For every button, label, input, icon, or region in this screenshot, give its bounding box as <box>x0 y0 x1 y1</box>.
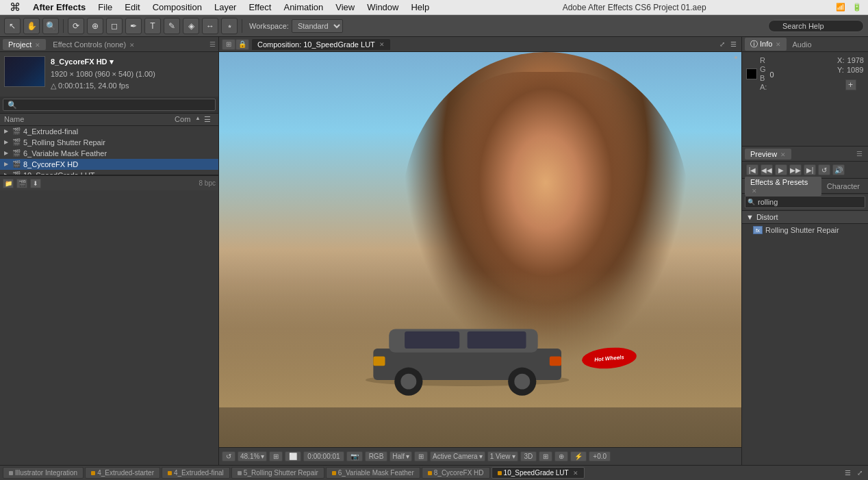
menu-view[interactable]: View <box>330 1 360 14</box>
tab-effect-controls[interactable]: Effect Controls (none) ✕ <box>47 39 140 50</box>
file-item-6-variable-mask[interactable]: ▶ 🎬 6_Variable Mask Feather <box>0 148 218 159</box>
plus-btn[interactable]: + <box>837 79 864 90</box>
draft-btn[interactable]: ⊞ <box>539 451 552 462</box>
comp-tabs-menu[interactable]: ☰ <box>842 468 853 479</box>
viewer-lock-btn[interactable]: 🔒 <box>235 39 249 50</box>
tab-audio[interactable]: Audio <box>787 39 817 50</box>
workspace-dropdown[interactable]: Standard <box>292 19 343 33</box>
channels-btn[interactable]: RGB <box>365 451 388 462</box>
text-tool[interactable]: T <box>144 18 161 34</box>
reset-btn[interactable]: ↺ <box>222 451 235 462</box>
new-folder-btn[interactable]: 📁 <box>3 179 14 188</box>
effects-search-input[interactable] <box>745 196 865 208</box>
tab-effects-presets[interactable]: Effects & Presets ✕ <box>745 177 821 196</box>
3d-btn[interactable]: 3D <box>520 451 537 462</box>
rolling-shutter-effect[interactable]: fx Rolling Shutter Repair <box>742 224 868 236</box>
puppet-tool[interactable]: ⭒ <box>221 18 238 34</box>
sort-button[interactable]: ☰ <box>201 115 214 124</box>
comp-tab-label: 5_Rolling Shutter Repair <box>244 469 318 477</box>
file-item-4-extruded-final[interactable]: ▶ 🎬 4_Extruded-final <box>0 126 218 137</box>
camera-dropdown[interactable]: Active Camera ▾ <box>430 451 485 462</box>
menu-edit[interactable]: Edit <box>119 1 145 14</box>
menu-composition[interactable]: Composition <box>147 1 207 14</box>
comp-tab-illustrator[interactable]: Illustrator Integration <box>3 467 84 479</box>
file-item-8-cycoreFX[interactable]: ▶ 🎬 8_CycoreFX HD <box>0 159 218 170</box>
comp-tab-4-final[interactable]: 4_Extruded-final <box>162 467 230 479</box>
skip-to-start-btn[interactable]: |◀ <box>746 164 758 175</box>
mask-btn[interactable]: ⬜ <box>285 451 301 462</box>
effects-close[interactable]: ✕ <box>752 188 757 194</box>
selection-tool[interactable]: ↖ <box>4 18 21 34</box>
comp-tab-5-rolling[interactable]: 5_Rolling Shutter Repair <box>231 467 324 479</box>
viewer-grid-btn[interactable]: ⊞ <box>222 39 235 50</box>
rect-tool[interactable]: ◻ <box>106 18 123 34</box>
prev-frame-btn[interactable]: ◀◀ <box>761 164 773 175</box>
project-bottom-bar: 📁 🎬 ⬇ 8 bpc <box>0 175 218 190</box>
search-input[interactable] <box>768 20 864 32</box>
viewer-maximize[interactable]: ⤢ <box>717 39 728 50</box>
info-close[interactable]: ✕ <box>776 41 781 48</box>
rotate-tool[interactable]: ⟳ <box>68 18 84 34</box>
timecode-display[interactable]: 0:00:00:01 <box>303 451 344 462</box>
pen-tool[interactable]: ✒ <box>125 18 142 34</box>
quality-dropdown[interactable]: Half ▾ <box>390 451 412 462</box>
offset-display[interactable]: +0.0 <box>589 451 611 462</box>
viewer-settings[interactable]: ☰ <box>728 39 739 50</box>
camera-tool[interactable]: ⊕ <box>87 18 103 34</box>
new-comp-btn[interactable]: 🎬 <box>16 179 27 188</box>
info-content: R G B A: 0 <box>742 52 868 95</box>
menu-help[interactable]: Help <box>405 1 435 14</box>
tab-preview[interactable]: Preview ✕ <box>745 149 791 160</box>
hand-tool[interactable]: ✋ <box>23 18 40 34</box>
comp-tab-4-starter[interactable]: 4_Extruded-starter <box>85 467 160 479</box>
transparency-btn[interactable]: ⊞ <box>414 451 428 462</box>
zoom-dropdown[interactable]: 48.1% ▾ <box>238 451 267 462</box>
panel-menu[interactable]: ☰ <box>209 40 216 48</box>
comp-tab-10-speedgrade[interactable]: 10_SpeedGrade LUT ✕ <box>492 467 585 479</box>
project-close[interactable]: ✕ <box>35 42 40 49</box>
comp-tab-8-cyclore[interactable]: 8_CycoreFX HD <box>422 467 490 479</box>
comp-tab-close[interactable]: ✕ <box>573 470 578 477</box>
col-name: Name <box>4 115 175 124</box>
comp-tab-6-variable[interactable]: 6_Variable Mask Feather <box>326 467 420 479</box>
audio-toggle-btn[interactable]: 🔊 <box>832 164 845 175</box>
loop-btn[interactable]: ↺ <box>818 164 830 175</box>
file-item-5-rolling-shutter[interactable]: ▶ 🎬 5_Rolling Shutter Repair <box>0 137 218 148</box>
comp-tabs-scroll[interactable]: ⤢ <box>854 468 865 479</box>
eraser-tool[interactable]: ↔ <box>202 18 218 34</box>
import-btn[interactable]: ⬇ <box>30 179 41 188</box>
fast-preview[interactable]: ⚡ <box>570 451 587 462</box>
stamp-tool[interactable]: ◈ <box>183 18 199 34</box>
tab-info[interactable]: ⓘ Info ✕ <box>745 38 787 51</box>
effects-tab-label: Effects & Presets <box>750 178 808 186</box>
tab-composition-viewer[interactable]: Composition: 10_SpeedGrade LUT ✕ <box>252 39 390 50</box>
menu-animation[interactable]: Animation <box>278 1 329 14</box>
zoom-tool[interactable]: 🔍 <box>42 18 59 34</box>
preview-close[interactable]: ✕ <box>780 151 786 158</box>
grid-btn[interactable]: ⊞ <box>269 451 283 462</box>
views-dropdown[interactable]: 1 View ▾ <box>487 451 518 462</box>
menu-effect[interactable]: Effect <box>243 1 277 14</box>
project-search-input[interactable] <box>3 99 216 111</box>
file-item-10-speedgrade[interactable]: ▶ 🎬 10_SpeedGrade LUT <box>0 170 218 175</box>
tab-project[interactable]: Project ✕ <box>3 39 46 50</box>
menu-window[interactable]: Window <box>361 1 404 14</box>
preview-menu[interactable]: ☰ <box>854 150 865 157</box>
menu-file[interactable]: File <box>92 1 118 14</box>
apple-menu[interactable]: ⌘ <box>4 0 26 15</box>
exposure-btn[interactable]: ⊕ <box>554 451 568 462</box>
brush-tool[interactable]: ✎ <box>164 18 180 34</box>
tab-character[interactable]: Character <box>821 181 865 192</box>
menu-layer[interactable]: Layer <box>209 1 242 14</box>
distort-category[interactable]: ▼ Distort <box>742 211 868 224</box>
search-wrapper <box>768 20 864 32</box>
skip-to-end-btn[interactable]: ▶| <box>804 164 816 175</box>
viewer-tab-label: Composition: 10_SpeedGrade LUT <box>257 40 375 49</box>
play-btn[interactable]: ▶ <box>775 164 787 175</box>
viewer-tab-close[interactable]: ✕ <box>379 41 385 48</box>
next-frame-btn[interactable]: ▶▶ <box>789 164 802 175</box>
effects-controls-close[interactable]: ✕ <box>129 42 135 49</box>
snapshot-btn[interactable]: 📷 <box>346 451 363 462</box>
effects-panel: Effects & Presets ✕ Character ▼ Distort … <box>742 179 868 465</box>
comp-tab-label: 4_Extruded-starter <box>97 469 154 477</box>
